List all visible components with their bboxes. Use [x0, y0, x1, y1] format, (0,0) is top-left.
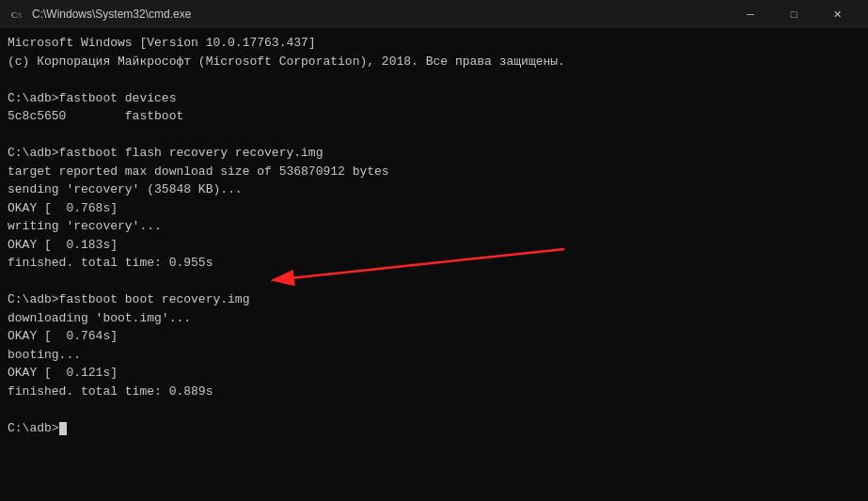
- terminal-line: (c) Корпорация Майкрософт (Microsoft Cor…: [8, 53, 860, 71]
- terminal-line: [8, 126, 860, 145]
- window-controls: ─ □ ✕: [729, 0, 859, 28]
- terminal-line: [8, 273, 860, 291]
- terminal-line: writing 'recovery'...: [8, 217, 860, 236]
- cmd-window: C:\ C:\Windows\System32\cmd.exe ─ □ ✕ Mi…: [0, 0, 868, 501]
- terminal-line: sending 'recovery' (35848 KB)...: [8, 180, 860, 199]
- terminal-line: target reported max download size of 536…: [8, 163, 860, 181]
- terminal-line: C:\adb>fastboot devices: [8, 89, 860, 108]
- cmd-icon: C:\: [9, 7, 24, 22]
- terminal-line: OKAY [ 0.183s]: [8, 236, 860, 255]
- terminal-line: C:\adb>: [8, 419, 860, 438]
- maximize-button[interactable]: □: [772, 0, 815, 28]
- terminal-line: [8, 400, 860, 419]
- cursor: [59, 422, 67, 435]
- terminal-line: OKAY [ 0.764s]: [8, 327, 860, 346]
- terminal-line: OKAY [ 0.768s]: [8, 199, 860, 218]
- terminal-line: OKAY [ 0.121s]: [8, 364, 860, 383]
- terminal-line: finished. total time: 0.955s: [8, 254, 860, 273]
- close-button[interactable]: ✕: [815, 0, 859, 28]
- titlebar: C:\ C:\Windows\System32\cmd.exe ─ □ ✕: [0, 0, 868, 28]
- minimize-button[interactable]: ─: [729, 0, 772, 28]
- svg-text:C:\: C:\: [11, 10, 23, 20]
- terminal-line: [8, 70, 860, 89]
- terminal-line: booting...: [8, 346, 860, 365]
- terminal-line: downloading 'boot.img'...: [8, 309, 860, 328]
- terminal-output: Microsoft Windows [Version 10.0.17763.43…: [8, 34, 860, 437]
- terminal-line: finished. total time: 0.889s: [8, 383, 860, 401]
- terminal-line: 5c8c5650 fastboot: [8, 107, 860, 126]
- terminal-line: C:\adb>fastboot boot recovery.img: [8, 290, 860, 309]
- terminal-line: C:\adb>fastboot flash recovery recovery.…: [8, 144, 860, 163]
- window-title: C:\Windows\System32\cmd.exe: [32, 8, 729, 21]
- terminal-body[interactable]: Microsoft Windows [Version 10.0.17763.43…: [0, 28, 868, 501]
- terminal-line: Microsoft Windows [Version 10.0.17763.43…: [8, 34, 860, 53]
